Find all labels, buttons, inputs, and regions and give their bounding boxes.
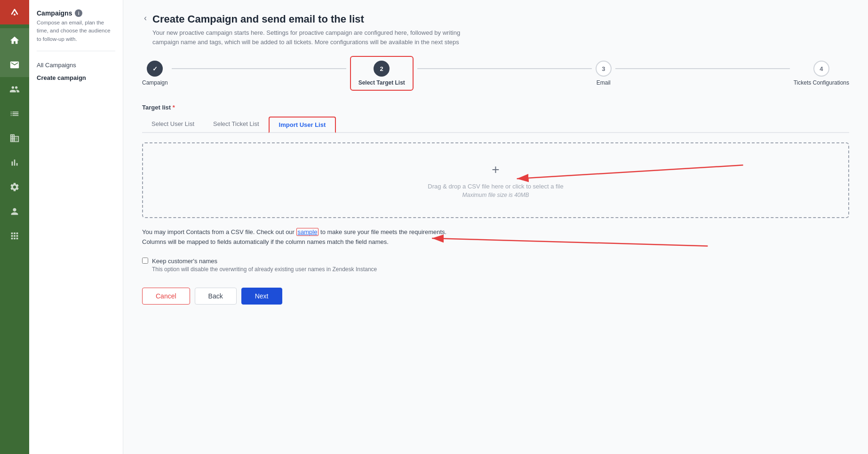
sidebar	[0, 0, 29, 454]
drop-zone-text: Drag & drop a CSV file here or click to …	[152, 183, 839, 190]
back-button[interactable]: Back	[195, 288, 237, 305]
nav-all-campaigns[interactable]: All Campaigns	[37, 59, 115, 71]
panel-title: Campaigns i	[37, 9, 115, 17]
info-section: You may import Contacts from a CSV file.…	[142, 227, 849, 247]
step-3-label: Email	[597, 79, 611, 86]
page-description: Your new proactive campaign starts here.…	[152, 28, 472, 47]
sidebar-settings[interactable]	[0, 175, 29, 199]
svg-rect-0	[9, 7, 20, 18]
sample-link[interactable]: sample	[296, 228, 319, 236]
step-4-label: Tickets Configurations	[794, 79, 849, 86]
nav-create-campaign[interactable]: Create campaign	[37, 71, 115, 84]
keep-names-description: This option will disable the overwriting…	[152, 266, 377, 273]
tab-import-user-list[interactable]: Import User List	[269, 117, 336, 133]
action-buttons: Cancel Back Next	[142, 288, 849, 305]
drop-zone-container: + Drag & drop a CSV file here or click t…	[142, 142, 849, 218]
step-connector-1	[172, 68, 346, 69]
keep-names-text: Keep customer's names This option will d…	[152, 257, 377, 273]
sidebar-chart[interactable]	[0, 150, 29, 175]
back-arrow-button[interactable]: ‹	[142, 13, 149, 23]
main-content: ‹ Create Campaign and send email to the …	[123, 0, 868, 454]
info-text: You may import Contacts from a CSV file.…	[142, 227, 849, 247]
step-2-label: Select Target List	[358, 79, 405, 86]
sidebar-building[interactable]	[0, 126, 29, 150]
stepper: ✓ Campaign 2 Select Target List 3 Email …	[142, 56, 849, 91]
sidebar-grid[interactable]	[0, 224, 29, 248]
sidebar-list[interactable]	[0, 102, 29, 126]
page-title: Create Campaign and send email to the li…	[152, 13, 472, 25]
sidebar-users[interactable]	[0, 77, 29, 102]
keep-names-row: Keep customer's names This option will d…	[142, 257, 849, 273]
tab-select-ticket-list[interactable]: Select Ticket List	[204, 117, 269, 133]
step-2-circle: 2	[374, 61, 390, 77]
step-connector-2	[417, 68, 592, 69]
step-3: 3 Email	[596, 61, 612, 86]
step-3-circle: 3	[596, 61, 612, 77]
page-header-text: Create Campaign and send email to the li…	[152, 13, 472, 47]
left-panel: Campaigns i Compose an email, plan the t…	[29, 0, 123, 454]
step-2-active-box: 2 Select Target List	[350, 56, 414, 91]
step-1: ✓ Campaign	[142, 61, 168, 86]
tab-select-user-list[interactable]: Select User List	[142, 117, 204, 133]
cancel-button[interactable]: Cancel	[142, 288, 190, 305]
step-4: 4 Tickets Configurations	[794, 61, 849, 86]
target-list-label: Target list *	[142, 104, 849, 111]
step-4-circle: 4	[813, 61, 829, 77]
app-logo[interactable]	[0, 0, 29, 24]
file-drop-zone[interactable]: + Drag & drop a CSV file here or click t…	[142, 142, 849, 218]
drop-zone-plus-icon: +	[152, 162, 839, 177]
step-2: 2 Select Target List	[350, 56, 414, 91]
keep-names-checkbox[interactable]	[142, 258, 148, 264]
panel-description: Compose an email, plan the time, and cho…	[37, 19, 115, 51]
drop-zone-subtext: Maximum file size is 40MB	[152, 192, 839, 198]
sidebar-person[interactable]	[0, 199, 29, 224]
keep-names-label[interactable]: Keep customer's names	[152, 258, 217, 265]
info-badge: i	[75, 9, 82, 17]
step-1-label: Campaign	[142, 79, 168, 86]
sidebar-home[interactable]	[0, 28, 29, 53]
required-star: *	[171, 104, 175, 111]
page-header: ‹ Create Campaign and send email to the …	[142, 13, 849, 47]
step-1-circle: ✓	[147, 61, 163, 77]
step-connector-3	[615, 68, 790, 69]
tab-bar: Select User List Select Ticket List Impo…	[142, 117, 849, 133]
next-button[interactable]: Next	[241, 288, 282, 305]
svg-point-1	[14, 14, 16, 16]
sidebar-email[interactable]	[0, 53, 29, 77]
